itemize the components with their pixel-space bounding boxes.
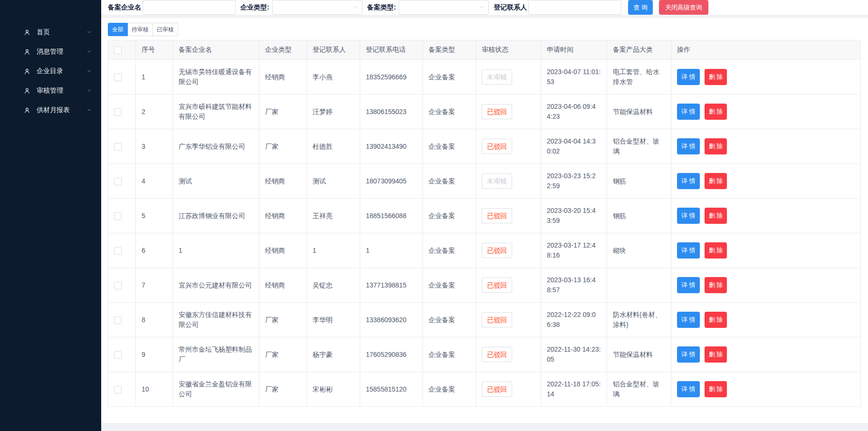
delete-button[interactable]: 删 除 — [705, 138, 727, 154]
sidebar-item-label: 供材月报表 — [37, 106, 70, 115]
sidebar-item-label: 企业目录 — [37, 67, 63, 76]
record-type-select[interactable] — [399, 0, 489, 15]
search-button[interactable]: 查 询 — [628, 0, 653, 15]
cell-phone: 13902413490 — [360, 129, 423, 164]
status-badge: 未审核 — [482, 69, 512, 85]
col-header-apply-time: 申请时间 — [541, 40, 607, 60]
company-type-select[interactable] — [272, 0, 362, 15]
user-icon — [24, 48, 30, 55]
chevron-down-icon — [86, 107, 92, 113]
col-header-phone: 登记联系电话 — [360, 40, 423, 60]
detail-button[interactable]: 详 情 — [677, 277, 700, 293]
cell-status: 未审核 — [476, 60, 541, 95]
cell-status: 已驳回 — [476, 233, 541, 268]
detail-button[interactable]: 详 情 — [677, 346, 700, 363]
table-row: 4测试经销商测试18073099405企业备案未审核2023-03-23 15:… — [108, 164, 861, 199]
detail-button[interactable]: 详 情 — [677, 312, 700, 328]
row-checkbox[interactable] — [114, 386, 122, 393]
cell-apply-time: 2023-03-17 12:48:16 — [541, 233, 607, 268]
cell-company: 宜兴市公元建材有限公司 — [173, 268, 259, 303]
cell-products: 钢筋 — [607, 164, 671, 199]
row-checkbox[interactable] — [114, 178, 122, 185]
cell-phone: 13806155023 — [360, 95, 423, 129]
row-checkbox[interactable] — [114, 316, 122, 324]
detail-button[interactable]: 详 情 — [677, 69, 700, 85]
cell-contact: 李小燕 — [307, 60, 360, 95]
detail-button[interactable]: 详 情 — [677, 138, 700, 154]
cell-company-type: 经销商 — [259, 268, 307, 303]
chevron-down-icon — [479, 3, 485, 12]
cell-index: 8 — [136, 303, 173, 337]
cell-record-type: 企业备案 — [423, 233, 476, 268]
user-icon — [24, 87, 30, 94]
table-row: 8安徽东方佳信建材科技有限公司厂家李华明13386093620企业备案已驳回20… — [108, 303, 861, 337]
cell-actions: 详 情删 除 — [671, 337, 861, 372]
tab-pending[interactable]: 待审核 — [127, 23, 153, 36]
table-row: 7宜兴市公元建材有限公司经销商吴锭忠13771398815企业备案已驳回2023… — [108, 268, 861, 303]
cell-apply-time: 2022-12-22 09:06:38 — [541, 303, 607, 337]
delete-button[interactable]: 删 除 — [705, 381, 727, 397]
detail-button[interactable]: 详 情 — [677, 208, 700, 224]
cell-company-type: 厂家 — [259, 95, 307, 129]
row-checkbox[interactable] — [114, 247, 122, 255]
delete-button[interactable]: 删 除 — [705, 346, 727, 363]
tab-all[interactable]: 全部 — [108, 23, 128, 36]
cell-status: 已驳回 — [476, 337, 541, 372]
chevron-down-icon — [86, 88, 92, 93]
record-type-label: 备案类型: — [367, 3, 396, 12]
status-badge: 已驳回 — [482, 347, 512, 362]
contact-input[interactable] — [528, 0, 621, 15]
select-all-checkbox[interactable] — [114, 47, 122, 54]
sidebar-item-2[interactable]: 消息管理 — [0, 42, 101, 61]
cell-company: 安徽东方佳信建材科技有限公司 — [173, 303, 259, 337]
delete-button[interactable]: 删 除 — [705, 312, 727, 328]
detail-button[interactable]: 详 情 — [677, 242, 700, 259]
delete-button[interactable]: 删 除 — [705, 277, 727, 293]
main-content: 备案企业名 企业类型: 备案类型: 登记联系人 查 询 关闭高级查询 全部 — [101, 0, 868, 431]
table-header-row: 序号 备案企业名 企业类型 登记联系人 登记联系电话 备案类型 审核状态 申请时… — [108, 40, 861, 60]
delete-button[interactable]: 删 除 — [705, 104, 727, 120]
close-advanced-search-button[interactable]: 关闭高级查询 — [659, 0, 708, 15]
cell-record-type: 企业备案 — [423, 164, 476, 199]
status-badge: 已驳回 — [482, 382, 512, 397]
row-checkbox[interactable] — [114, 212, 122, 220]
sidebar-item-5[interactable]: 供材月报表 — [0, 100, 101, 120]
cell-company: 无锡市昊特佳暖通设备有限公司 — [173, 60, 259, 95]
company-name-label: 备案企业名 — [108, 3, 141, 12]
sidebar-item-3[interactable]: 企业目录 — [0, 61, 101, 81]
delete-button[interactable]: 删 除 — [705, 208, 727, 224]
sidebar-item-1[interactable]: 首页 — [0, 22, 101, 42]
status-badge: 已驳回 — [482, 139, 512, 154]
cell-actions: 详 情删 除 — [671, 268, 861, 303]
row-checkbox[interactable] — [114, 282, 122, 289]
detail-button[interactable]: 详 情 — [677, 173, 700, 189]
cell-phone: 13386093620 — [360, 303, 423, 337]
records-table: 序号 备案企业名 企业类型 登记联系人 登记联系电话 备案类型 审核状态 申请时… — [108, 40, 861, 407]
cell-record-type: 企业备案 — [423, 199, 476, 233]
row-checkbox[interactable] — [114, 351, 122, 359]
detail-button[interactable]: 详 情 — [677, 381, 700, 397]
cell-phone: 18352596669 — [360, 60, 423, 95]
col-header-record-type: 备案类型 — [423, 40, 476, 60]
delete-button[interactable]: 删 除 — [705, 69, 727, 85]
detail-button[interactable]: 详 情 — [677, 104, 700, 120]
sidebar-item-label: 消息管理 — [37, 48, 63, 56]
cell-phone: 17605290836 — [360, 337, 423, 372]
delete-button[interactable]: 删 除 — [705, 173, 727, 189]
row-checkbox[interactable] — [114, 143, 122, 151]
cell-apply-time: 2022-11-18 17:05:14 — [541, 372, 607, 407]
tab-reviewed[interactable]: 已审核 — [153, 23, 178, 36]
delete-button[interactable]: 删 除 — [705, 242, 727, 259]
col-header-index: 序号 — [136, 40, 173, 60]
chevron-down-icon — [353, 3, 358, 12]
row-checkbox[interactable] — [114, 74, 122, 81]
table-row: 61经销商11企业备案已驳回2023-03-17 12:48:16砌块详 情删 … — [108, 233, 861, 268]
cell-checkbox — [108, 199, 136, 233]
company-name-input[interactable] — [143, 0, 236, 15]
cell-index: 7 — [136, 268, 173, 303]
row-checkbox[interactable] — [114, 108, 122, 116]
cell-actions: 详 情删 除 — [671, 129, 861, 164]
sidebar-item-4[interactable]: 审核管理 — [0, 81, 101, 100]
cell-status: 已驳回 — [476, 372, 541, 407]
cell-actions: 详 情删 除 — [671, 233, 861, 268]
